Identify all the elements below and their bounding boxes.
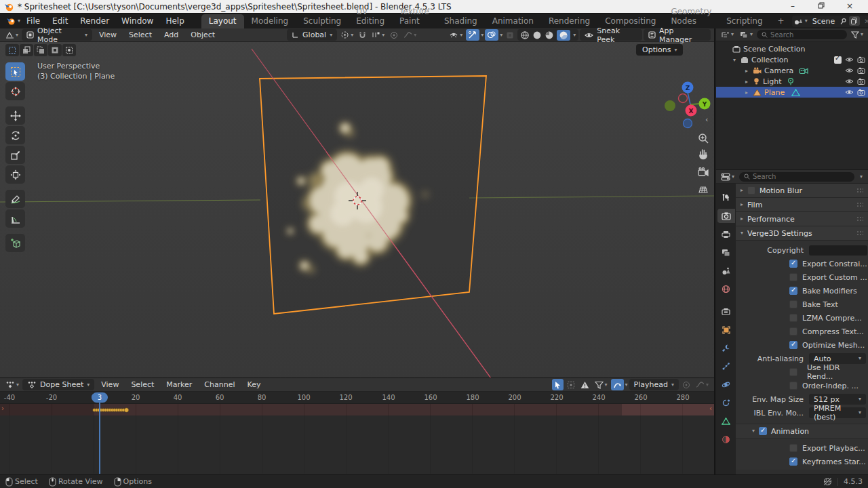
hide-in-viewport-icon[interactable] xyxy=(845,89,854,96)
new-scene-button[interactable] xyxy=(849,16,860,26)
options-button[interactable]: Options▾ xyxy=(636,44,683,56)
show-overlays-toggle[interactable] xyxy=(485,29,498,41)
menu-window[interactable]: Window xyxy=(115,16,159,26)
ibl-env-mode-dropdown[interactable]: PMREM (best)▾ xyxy=(809,407,866,418)
tab-modifier-properties[interactable] xyxy=(717,341,735,355)
shading-dropdown-chevron[interactable]: ▾ xyxy=(573,33,576,38)
editor-type-button[interactable]: ▾ xyxy=(3,379,21,390)
select-mode-new[interactable] xyxy=(5,44,19,56)
export-custom-checkbox[interactable] xyxy=(789,273,797,281)
xray-toggle[interactable] xyxy=(504,29,516,41)
tab-material-properties[interactable] xyxy=(717,432,735,447)
dopesheet-menu-view[interactable]: View xyxy=(96,380,124,389)
perspective-toggle-icon[interactable] xyxy=(699,187,707,192)
disable-in-renders-icon[interactable] xyxy=(857,56,865,63)
navigation-gizmo[interactable]: Z Y X xyxy=(661,61,714,203)
expand-icon[interactable]: ▸ xyxy=(743,89,750,96)
tool-transform[interactable] xyxy=(5,165,25,184)
disable-in-renders-icon[interactable] xyxy=(857,78,865,85)
copyright-field[interactable] xyxy=(809,245,867,256)
keyframes[interactable] xyxy=(92,406,132,414)
motion-blur-checkbox[interactable] xyxy=(747,186,755,195)
outliner-row-light[interactable]: ▸ Light xyxy=(716,76,868,87)
dopesheet-editor[interactable]: ▾ Dope Sheet▾ View Select Marker Channel… xyxy=(0,378,715,474)
bake-modifiers-checkbox[interactable] xyxy=(789,287,797,295)
compress-textures-checkbox[interactable] xyxy=(789,327,797,336)
order-independent-checkbox[interactable] xyxy=(789,382,797,390)
only-selected-toggle[interactable] xyxy=(552,379,564,390)
tab-object-data-properties[interactable] xyxy=(717,414,735,428)
panel-grip[interactable] xyxy=(856,202,863,208)
collapse-icon[interactable]: ▾ xyxy=(731,57,738,63)
export-playback-checkbox[interactable] xyxy=(789,444,797,452)
add-workspace-button[interactable]: + xyxy=(770,14,792,28)
close-button[interactable]: × xyxy=(835,0,864,13)
tab-texture-paint[interactable]: Texture Paint xyxy=(392,5,437,28)
menu-render[interactable]: Render xyxy=(74,16,115,26)
playhead-line[interactable] xyxy=(99,403,100,474)
lzma-compression-checkbox[interactable] xyxy=(789,314,797,322)
tab-particle-properties[interactable] xyxy=(717,359,735,373)
menu-edit[interactable]: Edit xyxy=(46,16,74,26)
viewport-menu-add[interactable]: Add xyxy=(159,30,184,39)
show-gizmo-toggle[interactable] xyxy=(466,29,479,41)
scroll-right-arrow[interactable]: ‹ xyxy=(709,405,712,412)
shading-rendered-icon[interactable] xyxy=(557,30,570,41)
tab-scripting[interactable]: Scripting xyxy=(719,14,770,28)
tool-measure[interactable] xyxy=(5,209,25,228)
shading-solid-icon[interactable] xyxy=(532,30,542,40)
minimize-button[interactable]: – xyxy=(778,0,807,13)
outliner-search-input[interactable] xyxy=(770,31,842,39)
hdr-rendering-checkbox[interactable] xyxy=(789,368,797,376)
properties-search-input[interactable] xyxy=(753,173,850,180)
panel-verge3d-settings[interactable]: ▾ Verge3D Settings xyxy=(736,226,868,241)
outliner-search[interactable] xyxy=(757,30,847,39)
object-visibility-dropdown[interactable]: ▾ xyxy=(447,29,465,41)
pan-view-icon[interactable] xyxy=(700,150,707,159)
tool-add-primitive[interactable] xyxy=(5,234,25,252)
tool-scale[interactable] xyxy=(5,146,25,164)
tab-collection-properties[interactable] xyxy=(717,304,735,319)
tab-uv-editing[interactable]: UV Editing xyxy=(349,5,392,28)
app-manager-button[interactable]: App Manager xyxy=(644,29,711,41)
proportional-falloff-dropdown[interactable]: ▾ xyxy=(401,29,418,41)
tab-object-properties[interactable] xyxy=(717,323,735,337)
dopesheet-menu-marker[interactable]: Marker xyxy=(161,380,197,389)
sneak-peek-button[interactable]: Sneak Peek xyxy=(580,29,642,41)
viewport-menu-view[interactable]: View xyxy=(94,30,122,39)
disable-in-renders-icon[interactable] xyxy=(857,89,865,96)
optimize-meshes-checkbox[interactable] xyxy=(789,341,797,349)
scene-name[interactable]: Scene xyxy=(810,17,838,26)
camera-view-icon[interactable] xyxy=(698,168,708,176)
shading-wireframe-icon[interactable] xyxy=(520,30,530,40)
snap-dropdown-chevron[interactable]: ▾ xyxy=(625,382,628,388)
blender-app-icon[interactable] xyxy=(5,16,16,26)
hide-in-viewport-icon[interactable] xyxy=(845,67,854,74)
env-map-size-dropdown[interactable]: 512 px▾ xyxy=(809,394,866,405)
dopesheet-menu-key[interactable]: Key xyxy=(242,380,267,389)
transform-orientation-dropdown[interactable]: Global▾ xyxy=(287,29,337,41)
tab-layout[interactable]: Layout xyxy=(201,14,244,28)
pin-icon[interactable] xyxy=(840,18,847,25)
export-constraints-checkbox[interactable] xyxy=(789,260,797,268)
outliner-filter-dropdown[interactable]: ▾ xyxy=(849,29,865,41)
tab-tool-properties[interactable] xyxy=(717,190,735,205)
keyframes-start-checkbox[interactable] xyxy=(789,458,797,466)
hide-in-viewport-icon[interactable] xyxy=(845,56,854,63)
axis-neg-y[interactable] xyxy=(665,100,675,111)
animation-checkbox[interactable] xyxy=(759,427,767,435)
axis-neg-z[interactable] xyxy=(684,119,692,128)
outliner-row-plane[interactable]: ▸ Plane xyxy=(716,87,868,98)
tab-shading[interactable]: Shading xyxy=(437,14,485,28)
proportional-editing-toggle[interactable] xyxy=(388,29,400,41)
tab-render-properties[interactable] xyxy=(717,209,735,223)
dopesheet-mode-dropdown[interactable]: Dope Sheet▾ xyxy=(22,379,94,390)
show-hidden-toggle[interactable] xyxy=(565,379,577,390)
scene-icon[interactable] xyxy=(794,17,803,25)
tool-annotate[interactable] xyxy=(5,190,25,208)
outliner-row-collection[interactable]: ▾ Collection xyxy=(716,54,868,65)
properties-options-chevron[interactable]: ▾ xyxy=(857,174,865,180)
show-errors-toggle[interactable] xyxy=(578,379,591,390)
panel-grip[interactable] xyxy=(856,188,863,194)
expand-icon[interactable]: ▸ xyxy=(743,79,750,85)
